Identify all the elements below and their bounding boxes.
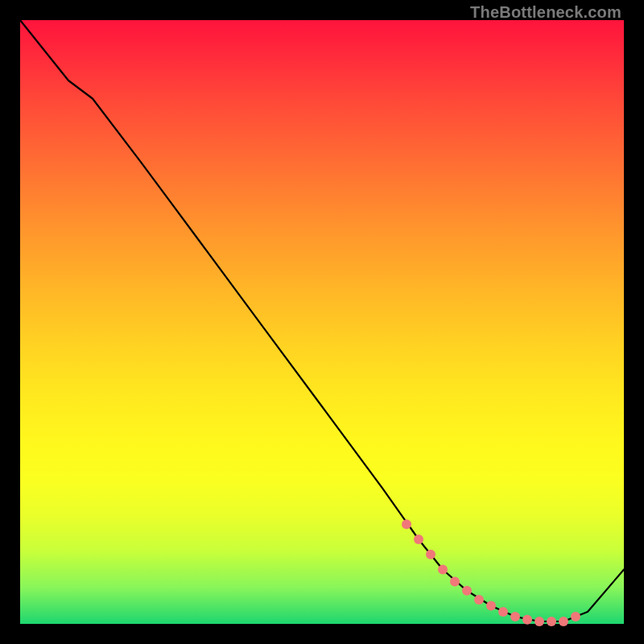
curve-marker [522, 615, 532, 625]
curve-markers [402, 519, 580, 626]
curve-marker [426, 550, 436, 559]
curve-marker [510, 612, 520, 621]
curve-marker [498, 607, 508, 617]
chart-svg [20, 20, 624, 624]
plot-area [20, 20, 624, 624]
curve-marker [486, 601, 496, 611]
curve-marker [535, 617, 544, 626]
curve-marker [559, 617, 568, 626]
curve-marker [438, 565, 448, 575]
curve-marker [462, 586, 472, 596]
curve-marker [450, 577, 460, 587]
curve-marker [474, 595, 484, 605]
curve-marker [571, 612, 580, 621]
watermark-text: TheBottleneck.com [470, 3, 621, 22]
bottleneck-curve [20, 20, 624, 621]
chart-stage: TheBottleneck.com [0, 0, 644, 644]
curve-marker [402, 519, 411, 529]
curve-marker [414, 535, 423, 544]
curve-marker [547, 617, 556, 626]
